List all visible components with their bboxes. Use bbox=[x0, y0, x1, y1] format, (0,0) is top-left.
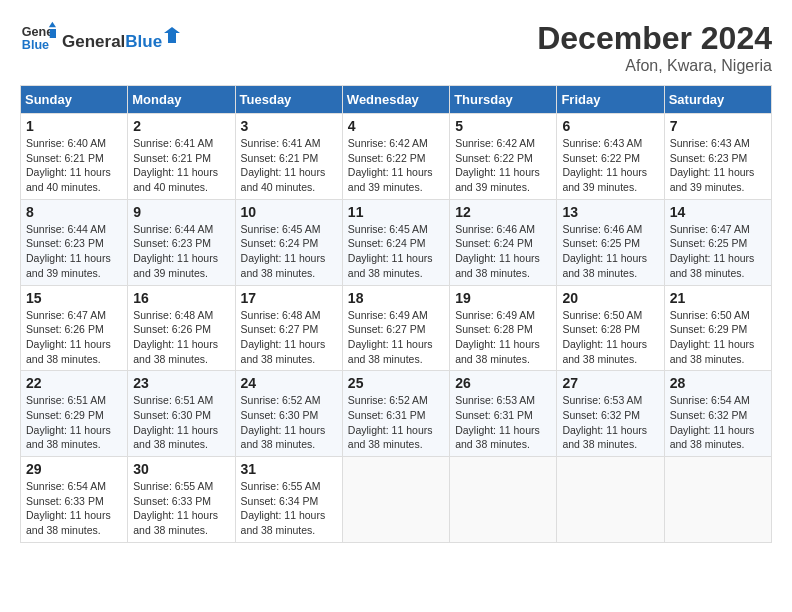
day-cell-9: 9 Sunrise: 6:44 AMSunset: 6:23 PMDayligh… bbox=[128, 199, 235, 285]
day-cell-15: 15 Sunrise: 6:47 AMSunset: 6:26 PMDaylig… bbox=[21, 285, 128, 371]
page-header: General Blue General Blue December 2024 … bbox=[20, 20, 772, 75]
col-sunday: Sunday bbox=[21, 86, 128, 114]
day-cell-26: 26 Sunrise: 6:53 AMSunset: 6:31 PMDaylig… bbox=[450, 371, 557, 457]
day-cell-31: 31 Sunrise: 6:55 AMSunset: 6:34 PMDaylig… bbox=[235, 457, 342, 543]
day-cell-29: 29 Sunrise: 6:54 AMSunset: 6:33 PMDaylig… bbox=[21, 457, 128, 543]
day-cell-10: 10 Sunrise: 6:45 AMSunset: 6:24 PMDaylig… bbox=[235, 199, 342, 285]
day-cell-23: 23 Sunrise: 6:51 AMSunset: 6:30 PMDaylig… bbox=[128, 371, 235, 457]
day-cell-24: 24 Sunrise: 6:52 AMSunset: 6:30 PMDaylig… bbox=[235, 371, 342, 457]
day-cell-4: 4 Sunrise: 6:42 AMSunset: 6:22 PMDayligh… bbox=[342, 114, 449, 200]
week-row-5: 29 Sunrise: 6:54 AMSunset: 6:33 PMDaylig… bbox=[21, 457, 772, 543]
col-saturday: Saturday bbox=[664, 86, 771, 114]
week-row-2: 8 Sunrise: 6:44 AMSunset: 6:23 PMDayligh… bbox=[21, 199, 772, 285]
day-cell-5: 5 Sunrise: 6:42 AMSunset: 6:22 PMDayligh… bbox=[450, 114, 557, 200]
empty-cell-4 bbox=[664, 457, 771, 543]
day-cell-21: 21 Sunrise: 6:50 AMSunset: 6:29 PMDaylig… bbox=[664, 285, 771, 371]
week-row-4: 22 Sunrise: 6:51 AMSunset: 6:29 PMDaylig… bbox=[21, 371, 772, 457]
logo-bird-icon bbox=[164, 25, 180, 47]
day-cell-7: 7 Sunrise: 6:43 AMSunset: 6:23 PMDayligh… bbox=[664, 114, 771, 200]
day-cell-11: 11 Sunrise: 6:45 AMSunset: 6:24 PMDaylig… bbox=[342, 199, 449, 285]
month-year-title: December 2024 bbox=[537, 20, 772, 57]
col-friday: Friday bbox=[557, 86, 664, 114]
day-cell-8: 8 Sunrise: 6:44 AMSunset: 6:23 PMDayligh… bbox=[21, 199, 128, 285]
day-cell-6: 6 Sunrise: 6:43 AMSunset: 6:22 PMDayligh… bbox=[557, 114, 664, 200]
col-monday: Monday bbox=[128, 86, 235, 114]
day-cell-13: 13 Sunrise: 6:46 AMSunset: 6:25 PMDaylig… bbox=[557, 199, 664, 285]
day-cell-16: 16 Sunrise: 6:48 AMSunset: 6:26 PMDaylig… bbox=[128, 285, 235, 371]
day-cell-18: 18 Sunrise: 6:49 AMSunset: 6:27 PMDaylig… bbox=[342, 285, 449, 371]
svg-text:Blue: Blue bbox=[22, 38, 49, 52]
day-cell-3: 3 Sunrise: 6:41 AMSunset: 6:21 PMDayligh… bbox=[235, 114, 342, 200]
day-cell-27: 27 Sunrise: 6:53 AMSunset: 6:32 PMDaylig… bbox=[557, 371, 664, 457]
header-row: Sunday Monday Tuesday Wednesday Thursday… bbox=[21, 86, 772, 114]
day-cell-22: 22 Sunrise: 6:51 AMSunset: 6:29 PMDaylig… bbox=[21, 371, 128, 457]
day-cell-2: 2 Sunrise: 6:41 AMSunset: 6:21 PMDayligh… bbox=[128, 114, 235, 200]
day-cell-1: 1 Sunrise: 6:40 AMSunset: 6:21 PMDayligh… bbox=[21, 114, 128, 200]
logo-blue: Blue bbox=[125, 32, 162, 52]
logo-icon: General Blue bbox=[20, 20, 56, 56]
day-cell-20: 20 Sunrise: 6:50 AMSunset: 6:28 PMDaylig… bbox=[557, 285, 664, 371]
col-wednesday: Wednesday bbox=[342, 86, 449, 114]
day-cell-28: 28 Sunrise: 6:54 AMSunset: 6:32 PMDaylig… bbox=[664, 371, 771, 457]
title-area: December 2024 Afon, Kwara, Nigeria bbox=[537, 20, 772, 75]
logo-general: General bbox=[62, 32, 125, 52]
week-row-1: 1 Sunrise: 6:40 AMSunset: 6:21 PMDayligh… bbox=[21, 114, 772, 200]
day-cell-25: 25 Sunrise: 6:52 AMSunset: 6:31 PMDaylig… bbox=[342, 371, 449, 457]
location-subtitle: Afon, Kwara, Nigeria bbox=[537, 57, 772, 75]
day-cell-12: 12 Sunrise: 6:46 AMSunset: 6:24 PMDaylig… bbox=[450, 199, 557, 285]
day-cell-30: 30 Sunrise: 6:55 AMSunset: 6:33 PMDaylig… bbox=[128, 457, 235, 543]
empty-cell-2 bbox=[450, 457, 557, 543]
day-cell-17: 17 Sunrise: 6:48 AMSunset: 6:27 PMDaylig… bbox=[235, 285, 342, 371]
week-row-3: 15 Sunrise: 6:47 AMSunset: 6:26 PMDaylig… bbox=[21, 285, 772, 371]
svg-marker-3 bbox=[50, 29, 56, 38]
col-tuesday: Tuesday bbox=[235, 86, 342, 114]
calendar-table: Sunday Monday Tuesday Wednesday Thursday… bbox=[20, 85, 772, 543]
col-thursday: Thursday bbox=[450, 86, 557, 114]
day-cell-14: 14 Sunrise: 6:47 AMSunset: 6:25 PMDaylig… bbox=[664, 199, 771, 285]
svg-marker-4 bbox=[164, 27, 180, 43]
empty-cell-3 bbox=[557, 457, 664, 543]
logo: General Blue General Blue bbox=[20, 20, 180, 56]
day-cell-19: 19 Sunrise: 6:49 AMSunset: 6:28 PMDaylig… bbox=[450, 285, 557, 371]
empty-cell-1 bbox=[342, 457, 449, 543]
